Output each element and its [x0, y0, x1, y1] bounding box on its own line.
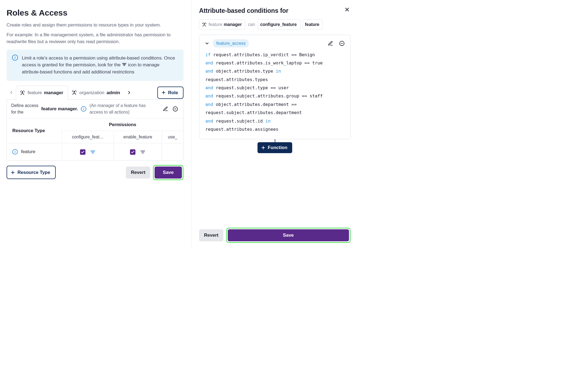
can-text: can: [247, 21, 256, 28]
col-configure-feature: configure_feat…: [62, 131, 114, 143]
add-role-label: Role: [168, 89, 178, 96]
panel-title: Attribute-based conditions for: [199, 6, 351, 16]
resource-chip: feature: [303, 19, 323, 30]
close-button[interactable]: [344, 6, 351, 13]
tab-next-button[interactable]: [125, 88, 134, 97]
role-chip-pref: feature: [209, 21, 222, 28]
add-function-button[interactable]: Function: [258, 142, 292, 153]
info-icon[interactable]: i: [81, 106, 86, 112]
role-panel: Define access for the feature manager. i…: [7, 99, 184, 161]
page-subtitle-1: Create roles and assign them permissions…: [7, 22, 184, 29]
right-actions: Revert Save: [199, 223, 351, 248]
role-chip: feature manager: [199, 19, 245, 30]
tab-name: admin: [106, 89, 120, 96]
add-role-button[interactable]: Role: [157, 87, 184, 99]
col-resource-type: Resource Type: [7, 118, 62, 143]
svg-point-4: [73, 91, 75, 93]
tab-pref: feature: [28, 89, 42, 96]
remove-function-button[interactable]: [338, 40, 345, 47]
perm-enable-checkbox[interactable]: [130, 149, 135, 155]
edit-function-button[interactable]: [327, 40, 334, 47]
person-icon: [71, 90, 77, 96]
role-header: Define access for the feature manager. i…: [7, 100, 183, 118]
add-resource-label: Resource Type: [17, 169, 50, 176]
tab-prev-button[interactable]: [7, 88, 16, 97]
revert-conditions-button[interactable]: Revert: [199, 229, 223, 241]
remove-role-button[interactable]: [172, 105, 179, 112]
add-function-label: Function: [268, 145, 288, 150]
table-row: i feature: [7, 143, 183, 160]
action-chip-text: configure_feature: [260, 21, 297, 28]
define-text: Define access for the: [11, 102, 39, 115]
save-conditions-button[interactable]: Save: [228, 229, 349, 241]
conditions-enable-button[interactable]: [140, 149, 146, 155]
save-conditions-highlight: Save: [226, 228, 351, 243]
add-resource-type-button[interactable]: Resource Type: [7, 166, 56, 179]
collapse-toggle[interactable]: [204, 41, 210, 46]
resource-name: feature: [21, 148, 35, 155]
info-banner: i Limit a role's access to a permission …: [7, 50, 184, 81]
tune-icon: [122, 62, 127, 67]
info-icon[interactable]: i: [12, 149, 18, 155]
conditions-configure-button[interactable]: [90, 149, 96, 155]
edit-role-button[interactable]: [162, 105, 169, 112]
person-icon: [202, 22, 207, 27]
action-chip: configure_feature: [258, 19, 300, 30]
svg-point-3: [22, 91, 23, 93]
svg-point-19: [204, 23, 205, 25]
page-subtitle-2: For example: In a file management system…: [7, 31, 184, 45]
role-tabs: feature manager organization admin Role: [7, 86, 184, 100]
role-desc: (An manager of a feature has access to a…: [90, 102, 159, 115]
tab-organization-admin[interactable]: organization admin: [68, 86, 125, 100]
condition-context: feature manager can configure_feature fe…: [199, 19, 351, 30]
role-chip-name: manager: [224, 21, 242, 28]
function-code: if request.attributes.ip_verdict == Beni…: [204, 51, 345, 134]
function-card: feature_access if request.attributes.ip_…: [199, 35, 351, 139]
function-name-chip: feature_access: [213, 39, 249, 47]
col-permissions: Permissions: [62, 118, 184, 131]
tab-feature-manager[interactable]: feature manager: [16, 86, 68, 100]
perm-configure-checkbox[interactable]: [80, 149, 85, 155]
revert-button[interactable]: Revert: [126, 167, 150, 179]
info-banner-text: Limit a role's access to a permission us…: [22, 55, 178, 76]
role-title: feature manager.: [41, 105, 78, 112]
info-icon: i: [12, 55, 18, 61]
tab-name: manager: [44, 89, 63, 96]
left-actions: Resource Type Revert Save: [7, 165, 184, 180]
function-connector: Function: [199, 139, 351, 153]
col-enable-feature: enable_feature: [114, 131, 162, 143]
tab-pref: organization: [79, 89, 105, 96]
permissions-table: Resource Type Permissions configure_feat…: [7, 118, 183, 160]
save-highlight: Save: [153, 165, 184, 180]
page-title: Roles & Access: [7, 7, 184, 19]
save-button[interactable]: Save: [155, 167, 182, 179]
col-use: use_: [162, 131, 183, 143]
person-icon: [19, 90, 25, 96]
resource-chip-text: feature: [305, 21, 319, 28]
